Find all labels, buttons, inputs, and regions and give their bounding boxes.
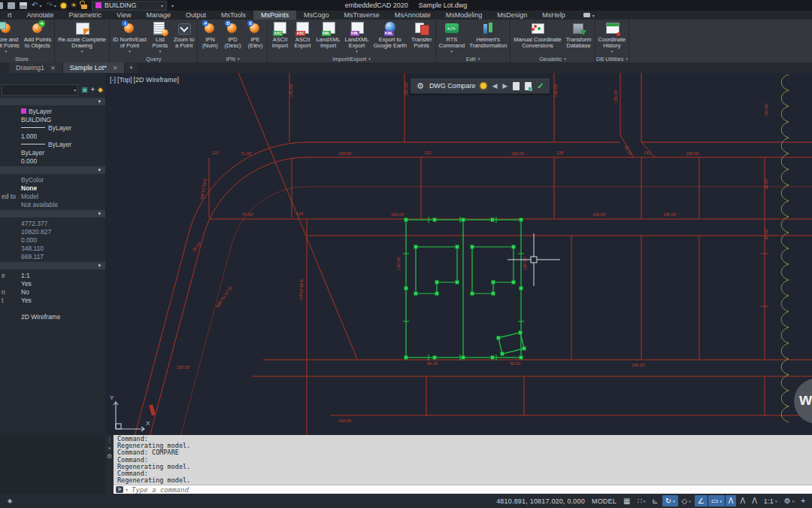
property-row[interactable]: nNo <box>0 287 105 296</box>
clipped-icon[interactable] <box>0 2 3 9</box>
grip-handle[interactable] <box>471 292 474 296</box>
property-value[interactable]: ByLayer <box>48 141 71 148</box>
compare-highlight-building[interactable] <box>403 217 524 360</box>
annotation-scale-value[interactable]: 1:1▾ <box>761 495 780 506</box>
annotation-autoscale-icon[interactable]: Λ <box>737 495 748 506</box>
grip-handle[interactable] <box>492 292 495 296</box>
close-tab-icon[interactable]: ✕ <box>50 65 56 71</box>
property-value[interactable]: 348.110 <box>21 245 44 252</box>
properties-section-header[interactable]: ▾ <box>0 166 105 174</box>
helmerts-transformation-button[interactable]: Helmert's Transformation <box>467 21 509 49</box>
layer-on-icon[interactable] <box>61 3 66 8</box>
property-row[interactable]: 2D Wireframe <box>0 312 105 321</box>
menu-tab-parametric[interactable]: Parametric <box>62 11 110 20</box>
ortho-mode-icon[interactable]: ⊾ <box>649 495 661 506</box>
add-points-objects-button[interactable]: Add Points to Objects <box>22 21 53 49</box>
snap-mode-icon[interactable]: ∷▾ <box>634 495 648 506</box>
property-value[interactable]: ByLayer <box>21 149 44 157</box>
property-row[interactable]: ed toModel <box>0 192 105 200</box>
grip-handle[interactable] <box>520 356 523 360</box>
property-value[interactable]: 1.000 <box>21 132 37 140</box>
annotation-visibility-icon[interactable]: Λ <box>726 495 737 506</box>
ascii-import-button[interactable]: ASCII Import <box>268 21 291 49</box>
property-value[interactable]: Yes <box>21 280 32 287</box>
grip-handle[interactable] <box>404 356 408 360</box>
property-row[interactable]: tYes <box>0 296 105 304</box>
dropdown-caret-icon[interactable]: ▾ <box>159 50 162 53</box>
property-row[interactable]: 669.117 <box>0 252 105 260</box>
property-row[interactable]: ByLayer <box>0 148 105 157</box>
property-row[interactable]: e1:1 <box>0 271 105 279</box>
ipn-num-button[interactable]: IPN (Num) <box>198 21 221 49</box>
viewport-menu-control[interactable]: [-] <box>110 76 116 84</box>
list-points-button[interactable]: List Points▾ <box>149 21 171 53</box>
grip-handle[interactable] <box>491 218 495 222</box>
osnap-angle-icon[interactable]: ∠ <box>695 495 707 506</box>
drawing-canvas[interactable]: [-] [Top] [2D Wireframe] ⚙ DWG Compare ◀… <box>105 73 812 435</box>
grip-handle[interactable] <box>433 218 437 222</box>
property-row[interactable] <box>0 304 105 312</box>
menu-tab-msmodeling[interactable]: MsModeling <box>438 11 490 20</box>
property-row[interactable]: 1.000 <box>0 132 105 140</box>
group-expand-caret-icon[interactable]: ▾ <box>564 56 566 61</box>
selection-grips[interactable] <box>404 218 526 360</box>
object-snap-icon[interactable]: ▭▾ <box>708 495 725 506</box>
dropdown-caret-icon[interactable]: ▾ <box>451 50 453 53</box>
grip-handle[interactable] <box>512 245 516 249</box>
menu-tab-annotate[interactable]: Annotate <box>20 11 62 20</box>
grip-handle[interactable] <box>404 218 408 222</box>
property-value[interactable]: 10820.827 <box>21 228 51 236</box>
drawing-geometry[interactable]: 145.00'150.00'145.00'135.00'180.00'71.00… <box>105 73 812 435</box>
property-value[interactable]: ByLayer <box>29 108 52 115</box>
property-value[interactable]: None <box>21 184 37 192</box>
menu-tab-manage[interactable]: Manage <box>138 11 178 20</box>
grip-handle[interactable] <box>519 331 523 335</box>
layer-unlock-icon[interactable] <box>81 5 87 9</box>
menu-tab-mstraverse[interactable]: MsTraverse <box>337 11 387 20</box>
rts-command-button[interactable]: RTS Command▾ <box>437 21 468 53</box>
compare-export-icon[interactable] <box>525 82 532 90</box>
ascii-export-button[interactable]: ASCII Export <box>291 21 314 49</box>
model-space-button[interactable]: MODEL <box>589 495 620 506</box>
grip-handle[interactable] <box>462 356 465 360</box>
layer-thaw-icon[interactable]: ☀ <box>71 2 77 9</box>
property-row[interactable]: 0.000 <box>0 157 105 165</box>
section-collapse-caret-icon[interactable]: ▾ <box>98 167 101 173</box>
grip-handle[interactable] <box>462 218 465 222</box>
annotation-scale-icon[interactable]: Λ <box>749 495 760 506</box>
dropdown-caret-icon[interactable]: ▾ <box>356 50 358 53</box>
properties-section-header[interactable]: ▾ <box>0 210 105 217</box>
print-icon[interactable] <box>20 2 27 9</box>
customization-gear-icon[interactable]: ⚙▾ <box>781 495 797 506</box>
menu-tab-mspoints[interactable]: MsPoints <box>253 11 296 20</box>
undo-caret-icon[interactable]: ▾ <box>39 3 41 8</box>
landxml-export-button[interactable]: LandXML Export▾ <box>343 21 371 53</box>
property-value[interactable]: 2D Wireframe <box>21 313 60 321</box>
dropdown-caret-icon[interactable]: ▾ <box>611 50 614 53</box>
grip-handle[interactable] <box>414 292 418 296</box>
store-edit-points-button[interactable]: Store and Edit Points▾ <box>0 21 22 53</box>
status-add-icon[interactable]: + <box>798 495 808 506</box>
grip-handle[interactable] <box>456 281 459 284</box>
properties-section-header[interactable]: ▾ <box>0 262 105 269</box>
status-sparkle-icon[interactable]: ◆ <box>8 497 12 504</box>
menu-tab-rt[interactable]: rt <box>0 11 20 20</box>
grip-handle[interactable] <box>471 245 474 249</box>
toolbar-options-caret-icon[interactable]: ▾ <box>171 3 174 8</box>
group-expand-caret-icon[interactable]: ▾ <box>478 56 480 61</box>
section-collapse-caret-icon[interactable]: ▾ <box>98 263 101 269</box>
property-row[interactable]: ByColor <box>0 175 105 184</box>
command-prompt-icon[interactable]: > <box>116 486 123 493</box>
property-value[interactable]: ByColor <box>21 176 44 184</box>
menu-overflow-button[interactable]: ▾ <box>579 11 599 20</box>
grip-handle[interactable] <box>501 352 504 356</box>
command-history[interactable]: Command:Regenerating model.Command: COMP… <box>114 435 812 485</box>
selection-type-dropdown[interactable]: ▾ <box>2 84 78 96</box>
menu-tab-output[interactable]: Output <box>178 11 214 20</box>
grip-handle[interactable] <box>435 292 439 296</box>
property-value[interactable]: Model <box>21 193 38 200</box>
grip-handle[interactable] <box>492 281 495 284</box>
grip-handle[interactable] <box>414 245 418 249</box>
toggle-pickadd-icon[interactable]: ▣ <box>81 85 88 95</box>
property-value[interactable]: No <box>21 288 29 296</box>
